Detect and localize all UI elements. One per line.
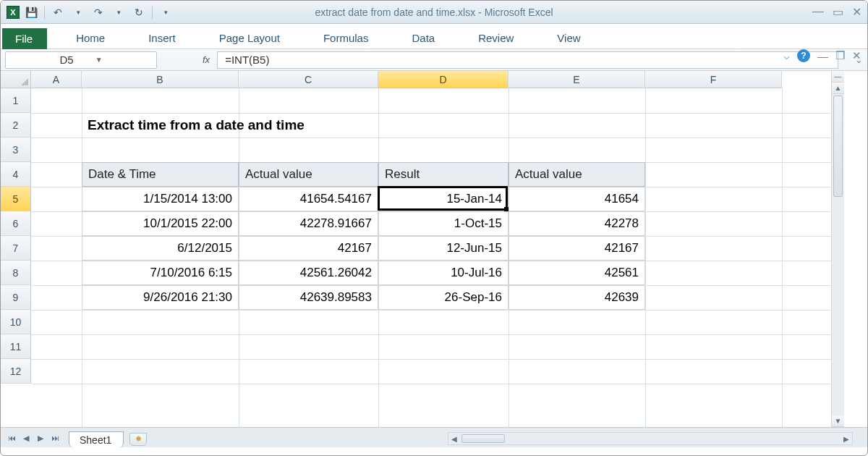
undo-dropdown-icon[interactable]: ▾ bbox=[71, 5, 85, 20]
wb-restore-icon[interactable]: ❐ bbox=[835, 49, 845, 62]
table-header-2[interactable]: Result bbox=[378, 162, 509, 187]
wb-minimize-icon[interactable]: ― bbox=[817, 50, 828, 62]
name-box-dropdown-icon[interactable]: ▼ bbox=[95, 52, 103, 68]
row-header-8[interactable]: 8 bbox=[1, 261, 31, 285]
refresh-icon[interactable]: ↻ bbox=[132, 5, 146, 20]
col-header-a[interactable]: A bbox=[31, 71, 82, 88]
row-header-10[interactable]: 10 bbox=[1, 310, 31, 334]
cell-result-6[interactable]: 1-Oct-15 bbox=[378, 211, 509, 236]
save-icon[interactable]: 💾 bbox=[24, 5, 38, 20]
table-header-3[interactable]: Actual value bbox=[509, 162, 645, 187]
name-box-value: D5 bbox=[59, 52, 73, 68]
cell-actual2-7[interactable]: 42167 bbox=[509, 236, 645, 261]
table-header-1[interactable]: Actual value bbox=[239, 162, 378, 187]
fx-icon[interactable]: fx bbox=[203, 54, 210, 65]
window-title: extract date from date and time.xlsx - M… bbox=[315, 7, 553, 18]
sheet-title-cell[interactable]: Extract time from a date and time bbox=[82, 113, 516, 138]
tab-nav-first-icon[interactable]: ⏮ bbox=[5, 431, 18, 444]
quick-access-toolbar: 💾 ↶ ▾ ↷ ▾ ↻ ▾ bbox=[24, 5, 173, 20]
formula-bar: D5 ▼ ✕ fx =INT(B5) ⌄ bbox=[1, 49, 867, 71]
horizontal-scrollbar[interactable]: ◀ ▶ bbox=[448, 432, 853, 445]
tab-nav-last-icon[interactable]: ⏭ bbox=[48, 431, 61, 444]
title-bar: X 💾 ↶ ▾ ↷ ▾ ↻ ▾ extract date from date a… bbox=[1, 1, 867, 24]
cell-date-time-8[interactable]: 7/10/2016 6:15 bbox=[82, 261, 239, 285]
row-header-11[interactable]: 11 bbox=[1, 334, 31, 359]
vertical-scrollbar[interactable]: ― ▲ ▼ bbox=[831, 71, 844, 427]
cell-result-5[interactable]: 15-Jan-14 bbox=[378, 187, 509, 211]
redo-dropdown-icon[interactable]: ▾ bbox=[111, 5, 126, 20]
col-header-b[interactable]: B bbox=[82, 71, 239, 88]
qat-separator bbox=[44, 6, 45, 19]
col-header-c[interactable]: C bbox=[239, 71, 378, 88]
file-tab[interactable]: File bbox=[2, 28, 47, 49]
cell-date-time-7[interactable]: 6/12/2015 bbox=[82, 236, 239, 261]
cell-actual2-5[interactable]: 41654 bbox=[509, 187, 645, 211]
grid[interactable]: Extract time from a date and timeDate & … bbox=[31, 88, 831, 427]
tab-view[interactable]: View bbox=[542, 28, 595, 48]
ribbon-minimize-icon[interactable]: ⌵ bbox=[783, 49, 790, 62]
cell-actual1-6[interactable]: 42278.91667 bbox=[239, 211, 378, 236]
row-header-7[interactable]: 7 bbox=[1, 236, 31, 261]
split-handle[interactable]: ― bbox=[832, 71, 844, 83]
row-headers: 123456789101112 bbox=[1, 88, 31, 384]
sheet-area: 123456789101112 ABCDEF Extract time from… bbox=[1, 71, 867, 427]
tab-formulas[interactable]: Formulas bbox=[309, 28, 383, 48]
scroll-left-icon[interactable]: ◀ bbox=[448, 435, 460, 443]
cell-actual2-8[interactable]: 42561 bbox=[509, 261, 645, 285]
cell-result-8[interactable]: 10-Jul-16 bbox=[378, 261, 509, 285]
wb-close-icon[interactable]: ✕ bbox=[852, 49, 861, 62]
qat-customize-icon[interactable]: ▾ bbox=[158, 5, 173, 20]
excel-app-icon: X bbox=[7, 6, 20, 19]
row-header-6[interactable]: 6 bbox=[1, 211, 31, 236]
scroll-thumb-horizontal[interactable] bbox=[461, 434, 505, 443]
window-controls: ― ▭ ✕ bbox=[812, 5, 861, 19]
cell-actual1-7[interactable]: 42167 bbox=[239, 236, 378, 261]
row-header-3[interactable]: 3 bbox=[1, 138, 31, 162]
col-header-d[interactable]: D bbox=[378, 71, 509, 88]
cell-result-9[interactable]: 26-Sep-16 bbox=[378, 285, 509, 310]
tab-page-layout[interactable]: Page Layout bbox=[205, 28, 294, 48]
cell-result-7[interactable]: 12-Jun-15 bbox=[378, 236, 509, 261]
minimize-icon[interactable]: ― bbox=[812, 5, 824, 19]
tab-home[interactable]: Home bbox=[61, 28, 119, 48]
row-header-12[interactable]: 12 bbox=[1, 359, 31, 384]
table-header-0[interactable]: Date & Time bbox=[82, 162, 239, 187]
row-header-2[interactable]: 2 bbox=[1, 113, 31, 138]
name-box[interactable]: D5 ▼ bbox=[5, 51, 157, 69]
sheet-tabs-bar: ⏮ ◀ ▶ ⏭ Sheet1 ✸ ◀ ▶ bbox=[1, 427, 867, 447]
maximize-icon[interactable]: ▭ bbox=[833, 5, 843, 19]
cell-actual2-6[interactable]: 42278 bbox=[509, 211, 645, 236]
close-icon[interactable]: ✕ bbox=[852, 5, 861, 19]
scroll-down-icon[interactable]: ▼ bbox=[832, 415, 844, 427]
cell-actual1-5[interactable]: 41654.54167 bbox=[239, 187, 378, 211]
cell-actual1-9[interactable]: 42639.89583 bbox=[239, 285, 378, 310]
undo-icon[interactable]: ↶ bbox=[51, 5, 65, 20]
scroll-thumb-vertical[interactable] bbox=[833, 96, 843, 197]
tab-nav-next-icon[interactable]: ▶ bbox=[34, 431, 47, 444]
help-icon[interactable]: ? bbox=[797, 49, 810, 62]
cell-actual2-9[interactable]: 42639 bbox=[509, 285, 645, 310]
cell-date-time-9[interactable]: 9/26/2016 21:30 bbox=[82, 285, 239, 310]
cell-date-time-6[interactable]: 10/1/2015 22:00 bbox=[82, 211, 239, 236]
tab-data[interactable]: Data bbox=[397, 28, 449, 48]
row-header-4[interactable]: 4 bbox=[1, 162, 31, 187]
tab-review[interactable]: Review bbox=[464, 28, 528, 48]
new-sheet-button[interactable]: ✸ bbox=[129, 433, 147, 446]
scroll-right-icon[interactable]: ▶ bbox=[841, 435, 852, 443]
row-header-5[interactable]: 5 bbox=[1, 187, 31, 211]
col-header-f[interactable]: F bbox=[645, 71, 782, 88]
qat-separator-2 bbox=[152, 6, 153, 19]
select-all-corner[interactable] bbox=[1, 71, 31, 88]
row-header-1[interactable]: 1 bbox=[1, 88, 31, 113]
col-header-e[interactable]: E bbox=[509, 71, 645, 88]
tab-nav-prev-icon[interactable]: ◀ bbox=[20, 431, 33, 444]
row-header-9[interactable]: 9 bbox=[1, 285, 31, 310]
scroll-up-icon[interactable]: ▲ bbox=[832, 83, 844, 94]
redo-icon[interactable]: ↷ bbox=[91, 5, 106, 20]
tab-insert[interactable]: Insert bbox=[134, 28, 190, 48]
new-sheet-icon: ✸ bbox=[135, 434, 142, 444]
cell-date-time-5[interactable]: 1/15/2014 13:00 bbox=[82, 187, 239, 211]
sheet-tab[interactable]: Sheet1 bbox=[69, 431, 124, 447]
cell-actual1-8[interactable]: 42561.26042 bbox=[239, 261, 378, 285]
formula-input[interactable]: =INT(B5) bbox=[217, 51, 838, 69]
